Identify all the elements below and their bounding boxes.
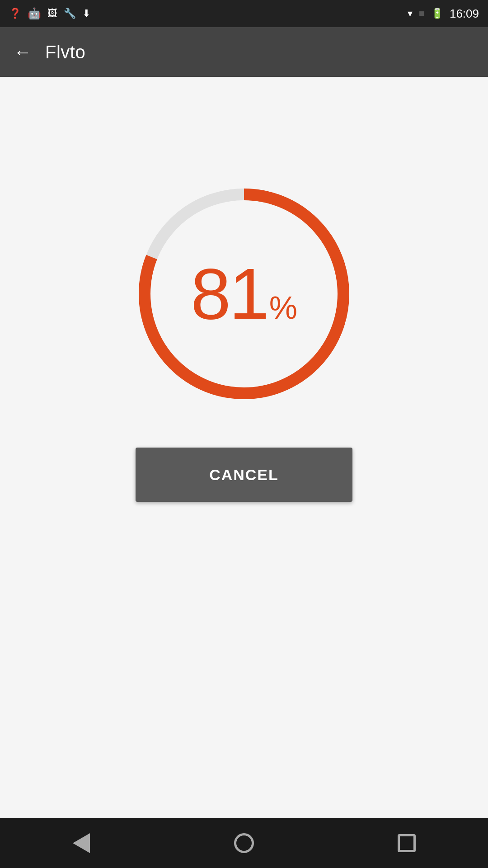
back-arrow-icon: ←: [14, 42, 32, 62]
battery-icon: 🔋: [431, 8, 443, 19]
image-icon: 🖼: [47, 8, 57, 19]
status-bar-right-icons: ▾ ■ 🔋 16:09: [408, 7, 479, 21]
download-icon: ⬇: [82, 8, 90, 19]
wifi-icon: ▾: [408, 8, 413, 19]
status-bar-left-icons: ❓ 🤖 🖼 🔧 ⬇: [9, 7, 90, 20]
nav-recents-button[interactable]: [389, 825, 425, 861]
cancel-button[interactable]: CANCEL: [136, 448, 352, 502]
progress-number: 81: [191, 258, 267, 330]
status-time: 16:09: [450, 7, 479, 21]
back-button[interactable]: ←: [14, 42, 32, 62]
status-bar: ❓ 🤖 🖼 🔧 ⬇ ▾ ■ 🔋 16:09: [0, 0, 488, 27]
progress-percent-sign: %: [269, 292, 297, 324]
nav-bar: [0, 818, 488, 868]
progress-text: 81 %: [191, 258, 297, 330]
sim-icon: ■: [419, 8, 425, 19]
nav-back-button[interactable]: [63, 825, 99, 861]
app-title: Flvto: [45, 42, 85, 62]
nav-home-circle-icon: [234, 833, 254, 853]
nav-recents-square-icon: [398, 834, 416, 852]
wrench-icon: 🔧: [64, 8, 76, 19]
nav-home-button[interactable]: [226, 825, 262, 861]
nav-back-triangle-icon: [73, 833, 90, 853]
wifi-question-icon: ❓: [9, 8, 21, 19]
main-content: 81 % CANCEL: [0, 77, 488, 818]
app-bar: ← Flvto: [0, 27, 488, 77]
progress-container: 81 %: [127, 176, 361, 411]
cancel-button-label: CANCEL: [209, 466, 279, 484]
android-icon: 🤖: [28, 7, 41, 20]
